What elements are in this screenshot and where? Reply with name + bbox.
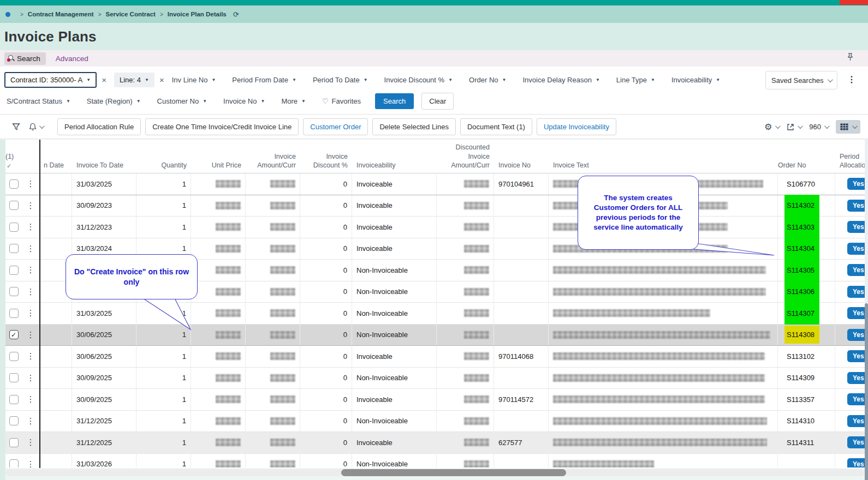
row-checkbox[interactable]: ✓: [9, 330, 19, 339]
cell-from-date: [39, 238, 72, 260]
filter-dropdown[interactable]: Invoice Delay Reason▼: [522, 76, 599, 84]
clear-button[interactable]: Clear: [421, 93, 454, 110]
refresh-icon[interactable]: ⟳: [233, 10, 239, 19]
row-kebab-icon[interactable]: ⋮: [27, 179, 35, 189]
filter-dropdown[interactable]: Invoice Discount %▼: [384, 76, 453, 84]
column-header-select[interactable]: (1)✓: [5, 152, 22, 170]
view-grid-button[interactable]: [836, 120, 860, 134]
home-dot-icon[interactable]: [5, 12, 10, 17]
column-header-from_date[interactable]: n Date: [39, 161, 72, 170]
row-checkbox[interactable]: [9, 395, 19, 404]
filter-dropdown[interactable]: Period To Date▼: [313, 76, 368, 84]
filter-kebab-menu[interactable]: ⋮: [847, 74, 856, 85]
filter-dropdown[interactable]: S/Contract Status▼: [7, 97, 70, 105]
row-kebab-icon[interactable]: ⋮: [27, 308, 35, 318]
order-no-value: S113102: [784, 345, 819, 367]
row-kebab-icon[interactable]: ⋮: [27, 394, 35, 404]
vertical-scrollbar-thumb[interactable]: [865, 303, 868, 480]
vertical-scrollbar[interactable]: [865, 140, 868, 468]
filter-dropdown[interactable]: Period From Date▼: [232, 76, 296, 84]
breadcrumb-link[interactable]: Contract Management: [28, 11, 94, 17]
table-row[interactable]: ✓⋮30/06/202510Non-InvoiceableS114308Yes: [5, 325, 868, 346]
row-kebab-icon[interactable]: ⋮: [27, 265, 35, 275]
table-row[interactable]: ⋮30/06/202510Invoiceable970114068S113102…: [5, 346, 868, 368]
filter-dropdown[interactable]: Invoiceability▼: [671, 76, 720, 84]
column-header-invoice_no[interactable]: Invoice No: [494, 161, 549, 170]
row-checkbox[interactable]: [9, 416, 19, 425]
toolbar-button-period-allocation-rule[interactable]: Period Allocation Rule: [57, 118, 141, 135]
settings-gear-menu[interactable]: ⚙: [764, 122, 779, 132]
breadcrumb-link[interactable]: Service Contract: [105, 11, 155, 17]
row-count-menu[interactable]: 960: [809, 123, 828, 131]
column-header-unit_price[interactable]: Unit Price: [191, 161, 246, 170]
column-header-order_no[interactable]: Order No: [778, 161, 835, 170]
row-checkbox[interactable]: [9, 459, 19, 467]
row-checkbox[interactable]: [9, 179, 19, 189]
row-kebab-icon[interactable]: ⋮: [27, 330, 35, 340]
row-checkbox[interactable]: [9, 352, 19, 361]
table-row[interactable]: ⋮31/03/202610Non-InvoiceableYes: [5, 454, 868, 468]
toolbar-button-customer-order[interactable]: Customer Order: [303, 118, 368, 135]
row-kebab-icon[interactable]: ⋮: [27, 222, 35, 232]
filter-dropdown[interactable]: Customer No▼: [157, 97, 207, 105]
toolbar-button-document-text-1[interactable]: Document Text (1): [460, 118, 532, 135]
tab-search[interactable]: Search: [4, 52, 46, 65]
row-kebab-icon[interactable]: ⋮: [27, 459, 35, 467]
row-kebab-icon[interactable]: ⋮: [27, 287, 35, 297]
column-header-invoice_text[interactable]: Invoice Text: [549, 161, 778, 170]
favorites-button[interactable]: ♡Favorites: [322, 97, 361, 105]
column-header-disc_amt[interactable]: Discounted Invoice Amount/Curr: [437, 143, 494, 170]
table-row[interactable]: ⋮31/03/202510Invoiceable970104961S106770…: [5, 173, 868, 195]
table-row[interactable]: ⋮31/12/202510Non-InvoiceableS114310Yes: [5, 411, 868, 433]
row-kebab-icon[interactable]: ⋮: [27, 201, 35, 211]
table-row[interactable]: ⋮30/09/202310InvoiceableS114302Yes: [5, 195, 868, 217]
table-row[interactable]: ⋮31/03/202510Non-InvoiceableS114307Yes: [5, 303, 868, 325]
filter-dropdown[interactable]: Order No▼: [469, 76, 506, 84]
row-checkbox[interactable]: [9, 438, 19, 447]
row-kebab-icon[interactable]: ⋮: [27, 244, 35, 254]
notifications-bell-icon[interactable]: [29, 123, 43, 131]
horizontal-scrollbar-thumb[interactable]: [341, 469, 566, 476]
filter-dropdown[interactable]: More▼: [281, 97, 306, 105]
table-row[interactable]: ⋮31/12/202310InvoiceableS114303Yes: [5, 217, 868, 238]
column-header-period_alloc[interactable]: Period Allocation: [835, 152, 868, 170]
row-checkbox[interactable]: [9, 266, 19, 275]
filter-dropdown[interactable]: State (Region)▼: [87, 97, 141, 105]
row-checkbox[interactable]: [9, 244, 19, 253]
column-header-disc[interactable]: Invoice Discount %: [300, 152, 352, 170]
tab-advanced[interactable]: Advanced: [56, 55, 88, 63]
search-button[interactable]: Search: [375, 93, 414, 109]
column-header-invoiceability[interactable]: Invoiceability: [352, 161, 437, 170]
filter-dropdown[interactable]: Inv Line No▼: [172, 76, 216, 84]
row-checkbox[interactable]: [9, 223, 19, 232]
row-checkbox[interactable]: [9, 373, 19, 382]
filter-chip[interactable]: Contract ID: 350000- A▼: [4, 72, 97, 88]
chip-remove-icon[interactable]: ×: [102, 75, 106, 85]
row-kebab-icon[interactable]: ⋮: [27, 416, 35, 426]
filter-dropdown[interactable]: Invoice No▼: [223, 97, 265, 105]
column-header-qty[interactable]: Quantity: [136, 161, 191, 170]
table-row[interactable]: ⋮30/09/202510Non-InvoiceableS114309Yes: [5, 368, 868, 389]
breadcrumb-link[interactable]: Invoice Plan Details: [168, 11, 227, 17]
row-kebab-icon[interactable]: ⋮: [27, 351, 35, 361]
table-row[interactable]: ⋮31/12/202510Invoiceable627577S114311Yes: [5, 432, 868, 454]
toolbar-button-update-invoiceability[interactable]: Update Invoiceability: [537, 118, 616, 135]
saved-searches-select[interactable]: Saved Searches: [765, 71, 837, 89]
filter-chip[interactable]: Line: 4▼: [114, 73, 154, 87]
row-kebab-icon[interactable]: ⋮: [27, 437, 35, 447]
column-header-to_date[interactable]: Invoice To Date: [72, 161, 136, 170]
row-checkbox[interactable]: [9, 309, 19, 318]
column-header-inv_amt[interactable]: Invoice Amount/Curr: [246, 152, 300, 170]
row-checkbox[interactable]: [9, 201, 19, 210]
chip-remove-icon[interactable]: ×: [159, 75, 164, 85]
row-kebab-icon[interactable]: ⋮: [27, 373, 35, 383]
table-row[interactable]: ⋮30/09/202510Invoiceable970114572S113357…: [5, 389, 868, 411]
pin-icon[interactable]: [847, 53, 854, 61]
filter-funnel-icon[interactable]: [12, 123, 20, 131]
filter-dropdown[interactable]: Line Type▼: [616, 76, 655, 84]
row-checkbox[interactable]: [9, 287, 19, 296]
export-menu[interactable]: [787, 123, 801, 131]
toolbar-button-create-one-time-invoice-credit-invoice-line[interactable]: Create One Time Invoice/Credit Invoice L…: [145, 118, 299, 135]
toolbar-button-delete-selected-lines[interactable]: Delete Selected Lines: [372, 118, 455, 135]
horizontal-scrollbar[interactable]: [5, 469, 865, 476]
